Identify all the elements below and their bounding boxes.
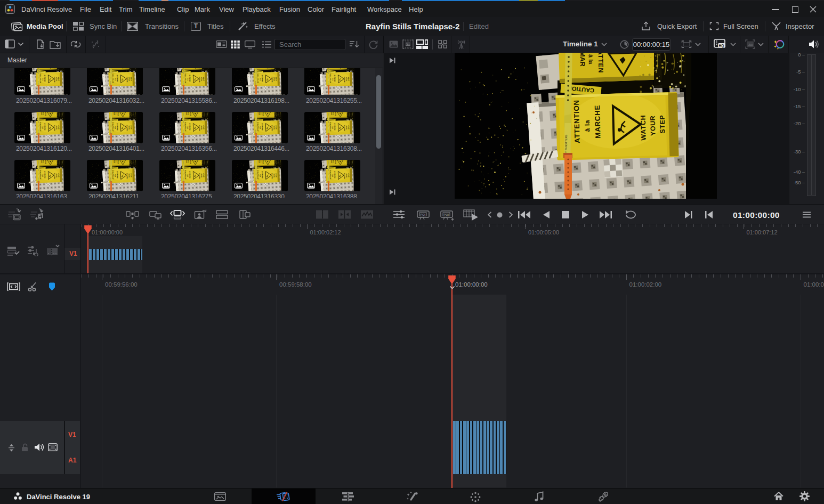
- svg-text:HQ: HQ: [719, 44, 724, 48]
- svg-text:POI: POI: [444, 213, 449, 216]
- svg-text:POI: POI: [421, 213, 426, 216]
